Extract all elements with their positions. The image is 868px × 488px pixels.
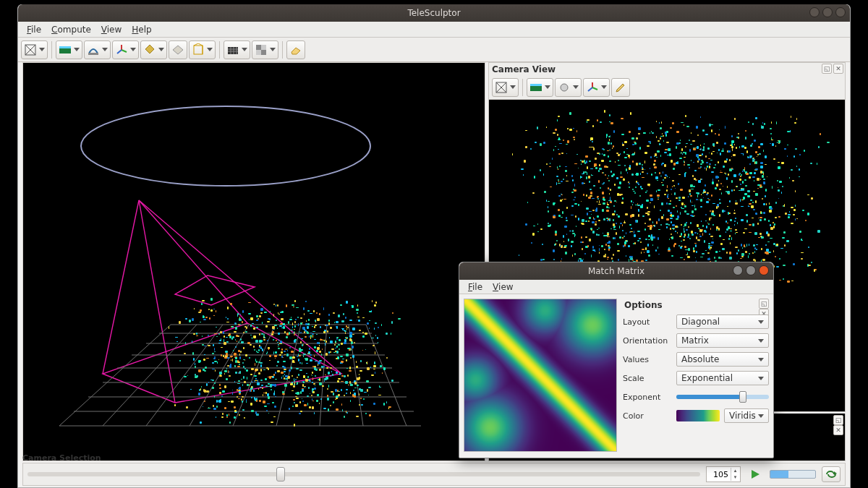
mm-options-title: Options — [624, 300, 663, 310]
mm-menu-file[interactable]: File — [464, 281, 487, 294]
close-icon[interactable] — [759, 265, 769, 275]
svg-rect-17 — [530, 84, 542, 86]
minimize-icon[interactable] — [733, 265, 743, 275]
camera-selection-title: Camera Selection — [22, 453, 101, 463]
undock-icon[interactable]: ◱ — [822, 64, 832, 74]
match-matrix-heatmap[interactable] — [464, 299, 617, 452]
maximize-icon[interactable] — [746, 265, 756, 275]
scale-label: Scale — [623, 374, 672, 383]
camera-view-toolbar — [488, 75, 846, 100]
close-panel-icon[interactable]: ✕ — [833, 425, 843, 435]
match-matrix-window[interactable]: Match Matrix File View Options ◱✕ Layout… — [459, 262, 774, 458]
spin-up-icon[interactable]: ▴ — [731, 468, 739, 474]
menu-file[interactable]: File — [22, 23, 46, 36]
mm-titlebar[interactable]: Match Matrix — [459, 262, 773, 280]
cv-axes-button[interactable] — [583, 78, 610, 97]
camera-view-title: Camera View — [492, 64, 556, 74]
main-titlebar: TeleSculptor — [18, 4, 850, 22]
layout-label: Layout — [623, 317, 672, 327]
frame-spinbox[interactable]: ▴▾ — [706, 466, 741, 482]
camera-selection-panel: ▴▾ — [22, 463, 846, 486]
reset-view-button[interactable] — [21, 40, 48, 59]
frame-slider[interactable] — [27, 472, 700, 476]
exponent-label: Exponent — [623, 393, 672, 402]
undock-icon[interactable]: ◱ — [833, 415, 843, 425]
points-button[interactable] — [140, 40, 167, 59]
svg-rect-3 — [88, 53, 98, 55]
surface-button[interactable] — [169, 40, 187, 59]
svg-rect-6 — [194, 46, 203, 54]
layout-select[interactable]: Diagonal — [676, 314, 769, 329]
eraser-button[interactable] — [286, 40, 305, 59]
projection-button[interactable] — [84, 40, 111, 59]
play-button[interactable] — [746, 466, 764, 483]
menu-help[interactable]: Help — [127, 23, 156, 36]
mm-title: Match Matrix — [588, 266, 644, 276]
world-view[interactable] — [22, 62, 485, 461]
exponent-slider[interactable] — [676, 395, 769, 399]
close-panel-icon[interactable]: ✕ — [833, 64, 843, 74]
menu-compute[interactable]: Compute — [47, 23, 95, 36]
color-label: Color — [623, 411, 672, 421]
cv-image-button[interactable] — [527, 78, 553, 97]
camera-view-header: Camera View ◱✕ — [488, 62, 846, 75]
maximize-icon[interactable] — [822, 7, 833, 17]
main-menubar: File Compute View Help — [18, 22, 850, 38]
frame-number-input[interactable] — [707, 470, 730, 479]
playback-progress — [770, 470, 816, 479]
svg-marker-5 — [173, 46, 183, 54]
spin-down-icon[interactable]: ▾ — [731, 474, 739, 481]
svg-marker-11 — [292, 48, 300, 54]
svg-rect-10 — [261, 50, 266, 55]
color-mode-button[interactable] — [56, 40, 82, 59]
main-toolbar — [18, 38, 850, 62]
grid-button[interactable] — [224, 40, 250, 59]
minimize-icon[interactable] — [809, 7, 820, 17]
menu-view[interactable]: View — [97, 23, 126, 36]
cv-edit-button[interactable] — [611, 78, 630, 97]
svg-rect-2 — [59, 46, 71, 48]
loop-button[interactable] — [822, 466, 841, 482]
values-select[interactable]: Absolute — [676, 352, 769, 367]
orientation-label: Orientation — [623, 336, 672, 346]
landmark-point-cloud — [168, 294, 399, 424]
scale-select[interactable]: Exponential — [676, 371, 769, 385]
svg-point-18 — [561, 84, 568, 91]
svg-marker-4 — [145, 45, 154, 53]
colormap-select[interactable]: Viridis — [724, 408, 769, 423]
wireframe-button[interactable] — [189, 40, 216, 59]
svg-marker-19 — [752, 470, 760, 479]
render-mode-button[interactable] — [252, 40, 278, 59]
undock-icon[interactable]: ◱ — [759, 299, 769, 309]
orientation-select[interactable]: Matrix — [676, 333, 769, 348]
app-title: TeleSculptor — [407, 8, 460, 18]
svg-rect-9 — [256, 45, 261, 50]
colormap-preview — [676, 410, 720, 421]
mm-menubar: File View — [459, 280, 773, 294]
cv-overlay-button[interactable] — [555, 78, 582, 97]
mm-options-panel: Options ◱✕ LayoutDiagonal OrientationMat… — [623, 299, 769, 453]
values-label: Values — [623, 355, 672, 364]
cv-reset-view-button[interactable] — [492, 78, 519, 97]
mm-menu-view[interactable]: View — [488, 281, 517, 294]
axes-button[interactable] — [112, 40, 139, 59]
close-icon[interactable] — [835, 7, 846, 17]
